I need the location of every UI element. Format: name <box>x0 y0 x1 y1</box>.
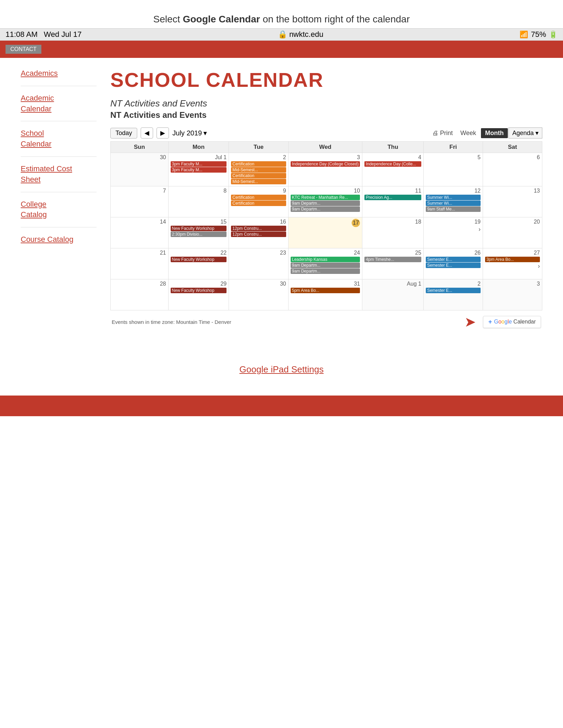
sidebar-item-course-catalog: Course Catalog <box>21 234 97 252</box>
sidebar-item-academic-calendar: AcademicCalendar <box>21 93 97 122</box>
battery-percent: 75% <box>531 30 546 39</box>
month-year-text: July 2019 <box>172 129 202 137</box>
table-row: 2 Semester E... <box>423 279 483 310</box>
sidebar-link-calendar[interactable]: Calendar <box>21 139 97 150</box>
table-row: 16 12pm Constru... 12pm Constru... <box>229 217 288 248</box>
print-button[interactable]: 🖨 Print <box>432 130 453 137</box>
list-item[interactable]: 12pm Constru... <box>231 232 286 237</box>
table-row: 30 <box>229 279 288 310</box>
table-row: 24 Leadership Kansas 9am Departm... 9am … <box>288 248 362 279</box>
list-item[interactable]: Precision Ag... <box>364 195 421 200</box>
url-text: nwktc.edu <box>289 30 323 39</box>
list-item[interactable]: Summer Wi... <box>426 201 481 206</box>
list-item[interactable]: Summer Wi... <box>426 195 481 200</box>
table-row: 3 Independence Day (College Closed) <box>288 153 362 186</box>
list-item[interactable]: Semester E... <box>426 263 481 268</box>
contact-button[interactable]: CONTACT <box>6 45 41 54</box>
agenda-view-button[interactable]: Agenda ▾ <box>509 127 542 139</box>
content-area: SCHOOL CALENDAR NT Activities and Events… <box>110 68 542 333</box>
table-row: Aug 1 <box>362 279 424 310</box>
table-row: 23 <box>229 248 288 279</box>
more-events-indicator: › <box>485 263 540 270</box>
sidebar: Academics AcademicCalendar School Calend… <box>21 68 97 333</box>
col-fri: Fri <box>423 142 483 153</box>
list-item[interactable]: 9am Departm... <box>291 201 360 206</box>
sidebar-item-school-calendar: School Calendar <box>21 128 97 157</box>
sidebar-link-college[interactable]: College <box>21 199 97 210</box>
dropdown-arrow-icon: ▾ <box>203 129 207 137</box>
sidebar-link-academics[interactable]: Academics <box>21 68 97 79</box>
list-item[interactable]: KTC Retreat - Manhattan Re... <box>291 195 360 200</box>
list-item[interactable]: Semester E... <box>426 257 481 262</box>
sidebar-link-sheet[interactable]: Sheet <box>21 174 97 185</box>
list-item[interactable]: 2:30pm Divisio... <box>171 232 227 237</box>
table-row: 13 <box>483 186 542 217</box>
sidebar-item-estimated-cost: Estimated Cost Sheet <box>21 164 97 192</box>
list-item[interactable]: New Faculty Workshop <box>171 226 227 231</box>
today-button[interactable]: Today <box>110 128 137 139</box>
list-item[interactable]: 3pm Faculty M... <box>171 161 227 167</box>
sidebar-item-college-catalog: College Catalog <box>21 199 97 228</box>
sidebar-link-estimated-cost[interactable]: Estimated Cost <box>21 164 97 174</box>
list-item[interactable]: Leadership Kansas <box>291 257 360 262</box>
list-item[interactable]: 3pm Area Bo... <box>485 257 540 262</box>
table-row: 22 New Faculty Workshop <box>168 248 229 279</box>
list-item[interactable]: 3pm Faculty M... <box>171 167 227 173</box>
list-item[interactable]: New Faculty Workshop <box>171 257 227 262</box>
list-item[interactable]: Certification <box>231 195 286 200</box>
more-events-indicator: › <box>426 226 481 233</box>
nav-header: CONTACT <box>0 41 563 58</box>
list-item[interactable]: 9am Departm... <box>291 263 360 268</box>
calendar-controls: Today ◀ ▶ July 2019 ▾ 🖨 Print Week Month… <box>110 125 542 141</box>
google-calendar-button[interactable]: + Google Calendar <box>483 316 541 328</box>
ios-status-bar: 11:08 AM Wed Jul 17 🔒 nwktc.edu 75% <box>0 28 563 41</box>
calendar-subtitle-bold: NT Activities and Events <box>110 110 542 120</box>
month-view-button[interactable]: Month <box>481 128 508 138</box>
bottom-link-section: Google iPad Settings <box>0 344 563 389</box>
list-item[interactable]: 12pm Constru... <box>231 226 286 231</box>
list-item[interactable]: New Faculty Workshop <box>171 288 227 293</box>
table-row: 25 4pm Timeshe... <box>362 248 424 279</box>
list-item[interactable]: Certification <box>231 161 286 167</box>
red-footer-bar <box>0 396 563 416</box>
week-view-button[interactable]: Week <box>456 128 480 138</box>
table-row: 20 <box>483 217 542 248</box>
next-button[interactable]: ▶ <box>157 127 169 139</box>
list-item[interactable]: 9am Departm... <box>291 206 360 212</box>
table-row: 10 KTC Retreat - Manhattan Re... 9am Dep… <box>288 186 362 217</box>
prev-button[interactable]: ◀ <box>141 127 153 139</box>
list-item[interactable]: Mid-Semest... <box>231 179 286 184</box>
list-item[interactable]: Mid-Semest... <box>231 167 286 173</box>
sidebar-link-catalog[interactable]: Catalog <box>21 209 97 220</box>
google-ipad-settings-link[interactable]: Google iPad Settings <box>239 364 323 375</box>
sidebar-link-academic[interactable]: AcademicCalendar <box>21 93 97 114</box>
sidebar-link-school[interactable]: School <box>21 128 97 139</box>
table-row: 14 <box>111 217 169 248</box>
calendar-footer: Events shown in time zone: Mountain Time… <box>110 310 542 333</box>
wifi-icon <box>520 30 528 39</box>
list-item[interactable]: 5pm Area Bo... <box>291 288 360 293</box>
table-row: 6 <box>483 153 542 186</box>
list-item[interactable]: Independence Day (College Closed) <box>291 161 360 167</box>
col-thu: Thu <box>362 142 424 153</box>
list-item[interactable]: Certification <box>231 201 286 206</box>
list-item[interactable]: 4pm Timeshe... <box>364 257 421 262</box>
col-sun: Sun <box>111 142 169 153</box>
table-row: 11 Precision Ag... <box>362 186 424 217</box>
main-container: Academics AcademicCalendar School Calend… <box>0 58 563 344</box>
list-item[interactable]: Semester E... <box>426 288 481 293</box>
list-item[interactable]: 9am Staff Me... <box>426 206 481 212</box>
list-item[interactable]: Certification <box>231 173 286 178</box>
table-row: 31 5pm Area Bo... <box>288 279 362 310</box>
table-row: 12 Summer Wi... Summer Wi... 9am Staff M… <box>423 186 483 217</box>
instruction-bold: Google Calendar <box>183 14 260 24</box>
col-sat: Sat <box>483 142 542 153</box>
list-item[interactable]: Independence Day (Colle... <box>364 161 421 167</box>
sidebar-link-course-catalog[interactable]: Course Catalog <box>21 234 97 245</box>
list-item[interactable]: 9am Departm... <box>291 268 360 274</box>
battery-icon <box>549 30 557 39</box>
calendar-grid: Sun Mon Tue Wed Thu Fri Sat 30 Jul 1 <box>110 141 542 310</box>
instruction-suffix: on the bottom right of the calendar <box>263 14 410 24</box>
month-label: July 2019 ▾ <box>172 129 207 137</box>
timezone-text: Events shown in time zone: Mountain Time… <box>112 319 231 325</box>
